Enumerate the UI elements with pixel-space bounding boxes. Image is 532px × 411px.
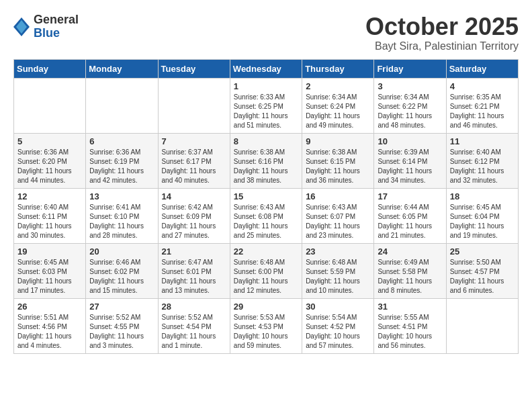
day-info: Sunrise: 6:33 AM Sunset: 6:25 PM Dayligh… (234, 93, 298, 130)
day-info: Sunrise: 6:46 AM Sunset: 6:02 PM Dayligh… (89, 258, 154, 295)
day-info: Sunrise: 6:38 AM Sunset: 6:16 PM Dayligh… (234, 148, 298, 185)
calendar-day-29: 29Sunrise: 5:53 AM Sunset: 4:53 PM Dayli… (230, 298, 302, 353)
day-info: Sunrise: 6:42 AM Sunset: 6:09 PM Dayligh… (162, 203, 226, 240)
calendar-day-7: 7Sunrise: 6:37 AM Sunset: 6:17 PM Daylig… (158, 133, 230, 188)
day-number: 24 (378, 246, 442, 257)
day-info: Sunrise: 6:43 AM Sunset: 6:08 PM Dayligh… (234, 203, 298, 240)
day-number: 14 (162, 191, 226, 201)
day-info: Sunrise: 6:39 AM Sunset: 6:14 PM Dayligh… (378, 148, 442, 185)
logo-blue-text: Blue (34, 27, 79, 40)
day-info: Sunrise: 6:36 AM Sunset: 6:19 PM Dayligh… (89, 148, 154, 185)
logo-text: General Blue (34, 13, 79, 40)
calendar-day-3: 3Sunrise: 6:34 AM Sunset: 6:22 PM Daylig… (374, 78, 446, 133)
day-number: 3 (378, 81, 442, 91)
logo: General Blue (13, 13, 79, 40)
calendar-day-21: 21Sunrise: 6:47 AM Sunset: 6:01 PM Dayli… (158, 243, 230, 298)
calendar-day-6: 6Sunrise: 6:36 AM Sunset: 6:19 PM Daylig… (86, 133, 158, 188)
day-number: 17 (378, 191, 442, 201)
day-info: Sunrise: 6:48 AM Sunset: 5:59 PM Dayligh… (306, 258, 370, 295)
day-header-monday: Monday (86, 59, 158, 78)
day-info: Sunrise: 6:48 AM Sunset: 6:00 PM Dayligh… (234, 258, 298, 295)
calendar-day-10: 10Sunrise: 6:39 AM Sunset: 6:14 PM Dayli… (374, 133, 446, 188)
day-number: 9 (306, 136, 370, 146)
calendar-day-26: 26Sunrise: 5:51 AM Sunset: 4:56 PM Dayli… (14, 298, 86, 353)
calendar-day-15: 15Sunrise: 6:43 AM Sunset: 6:08 PM Dayli… (230, 188, 302, 243)
day-info: Sunrise: 6:45 AM Sunset: 6:04 PM Dayligh… (450, 203, 515, 240)
day-number: 23 (306, 246, 370, 257)
day-number: 30 (306, 302, 370, 312)
calendar-day-30: 30Sunrise: 5:54 AM Sunset: 4:52 PM Dayli… (302, 298, 374, 353)
day-info: Sunrise: 5:52 AM Sunset: 4:55 PM Dayligh… (89, 313, 154, 351)
day-number: 20 (89, 246, 154, 257)
day-number: 29 (234, 302, 298, 312)
day-number: 7 (162, 136, 226, 146)
day-number: 6 (89, 136, 154, 146)
day-number: 21 (162, 246, 226, 257)
calendar-week-row: 5Sunrise: 6:36 AM Sunset: 6:20 PM Daylig… (14, 133, 519, 188)
day-header-wednesday: Wednesday (230, 59, 302, 78)
day-number: 31 (378, 302, 442, 312)
day-info: Sunrise: 5:53 AM Sunset: 4:53 PM Dayligh… (234, 313, 298, 351)
day-info: Sunrise: 6:44 AM Sunset: 6:05 PM Dayligh… (378, 203, 442, 240)
calendar-day-13: 13Sunrise: 6:41 AM Sunset: 6:10 PM Dayli… (86, 188, 158, 243)
day-number: 4 (450, 81, 515, 91)
calendar-day-4: 4Sunrise: 6:35 AM Sunset: 6:21 PM Daylig… (446, 78, 518, 133)
day-info: Sunrise: 6:34 AM Sunset: 6:24 PM Dayligh… (306, 93, 370, 130)
calendar-table: SundayMondayTuesdayWednesdayThursdayFrid… (13, 59, 519, 354)
calendar-day-27: 27Sunrise: 5:52 AM Sunset: 4:55 PM Dayli… (86, 298, 158, 353)
day-header-thursday: Thursday (302, 59, 374, 78)
day-number: 13 (89, 191, 154, 201)
day-info: Sunrise: 5:51 AM Sunset: 4:56 PM Dayligh… (17, 313, 82, 351)
day-info: Sunrise: 6:43 AM Sunset: 6:07 PM Dayligh… (306, 203, 370, 240)
day-number: 10 (378, 136, 442, 146)
day-info: Sunrise: 6:45 AM Sunset: 6:03 PM Dayligh… (17, 258, 82, 295)
day-number: 18 (450, 191, 515, 201)
day-number: 27 (89, 302, 154, 312)
day-number: 12 (17, 191, 82, 201)
calendar-day-31: 31Sunrise: 5:55 AM Sunset: 4:51 PM Dayli… (374, 298, 446, 353)
calendar-week-row: 1Sunrise: 6:33 AM Sunset: 6:25 PM Daylig… (14, 78, 519, 133)
day-info: Sunrise: 6:38 AM Sunset: 6:15 PM Dayligh… (306, 148, 370, 185)
day-number: 19 (17, 246, 82, 257)
day-header-friday: Friday (374, 59, 446, 78)
day-info: Sunrise: 6:36 AM Sunset: 6:20 PM Dayligh… (17, 148, 82, 185)
calendar-day-24: 24Sunrise: 6:49 AM Sunset: 5:58 PM Dayli… (374, 243, 446, 298)
calendar-day-empty (14, 78, 86, 133)
calendar-day-5: 5Sunrise: 6:36 AM Sunset: 6:20 PM Daylig… (14, 133, 86, 188)
day-info: Sunrise: 6:34 AM Sunset: 6:22 PM Dayligh… (378, 93, 442, 130)
day-info: Sunrise: 5:50 AM Sunset: 4:57 PM Dayligh… (450, 258, 515, 295)
day-number: 11 (450, 136, 515, 146)
day-info: Sunrise: 6:41 AM Sunset: 6:10 PM Dayligh… (89, 203, 154, 240)
calendar-day-empty (158, 78, 230, 133)
calendar-day-1: 1Sunrise: 6:33 AM Sunset: 6:25 PM Daylig… (230, 78, 302, 133)
day-info: Sunrise: 6:47 AM Sunset: 6:01 PM Dayligh… (162, 258, 226, 295)
calendar-day-20: 20Sunrise: 6:46 AM Sunset: 6:02 PM Dayli… (86, 243, 158, 298)
day-number: 25 (450, 246, 515, 257)
day-header-sunday: Sunday (14, 59, 86, 78)
day-number: 1 (234, 81, 298, 91)
logo-general-text: General (34, 13, 79, 27)
title-area: October 2025 Bayt Sira, Palestinian Terr… (365, 13, 519, 52)
calendar-day-9: 9Sunrise: 6:38 AM Sunset: 6:15 PM Daylig… (302, 133, 374, 188)
day-number: 8 (234, 136, 298, 146)
day-info: Sunrise: 6:40 AM Sunset: 6:12 PM Dayligh… (450, 148, 515, 185)
page-header: General Blue October 2025 Bayt Sira, Pal… (13, 13, 519, 52)
calendar-day-empty (446, 298, 518, 353)
calendar-day-28: 28Sunrise: 5:52 AM Sunset: 4:54 PM Dayli… (158, 298, 230, 353)
day-number: 15 (234, 191, 298, 201)
calendar-day-12: 12Sunrise: 6:40 AM Sunset: 6:11 PM Dayli… (14, 188, 86, 243)
day-number: 22 (234, 246, 298, 257)
day-info: Sunrise: 5:52 AM Sunset: 4:54 PM Dayligh… (162, 313, 226, 351)
month-title: October 2025 (365, 13, 519, 40)
day-number: 28 (162, 302, 226, 312)
location-subtitle: Bayt Sira, Palestinian Territory (365, 40, 519, 52)
calendar-week-row: 26Sunrise: 5:51 AM Sunset: 4:56 PM Dayli… (14, 298, 519, 353)
calendar-day-25: 25Sunrise: 5:50 AM Sunset: 4:57 PM Dayli… (446, 243, 518, 298)
day-header-tuesday: Tuesday (158, 59, 230, 78)
calendar-day-17: 17Sunrise: 6:44 AM Sunset: 6:05 PM Dayli… (374, 188, 446, 243)
day-info: Sunrise: 5:54 AM Sunset: 4:52 PM Dayligh… (306, 313, 370, 351)
day-number: 2 (306, 81, 370, 91)
calendar-day-empty (86, 78, 158, 133)
calendar-day-14: 14Sunrise: 6:42 AM Sunset: 6:09 PM Dayli… (158, 188, 230, 243)
day-info: Sunrise: 6:40 AM Sunset: 6:11 PM Dayligh… (17, 203, 82, 240)
